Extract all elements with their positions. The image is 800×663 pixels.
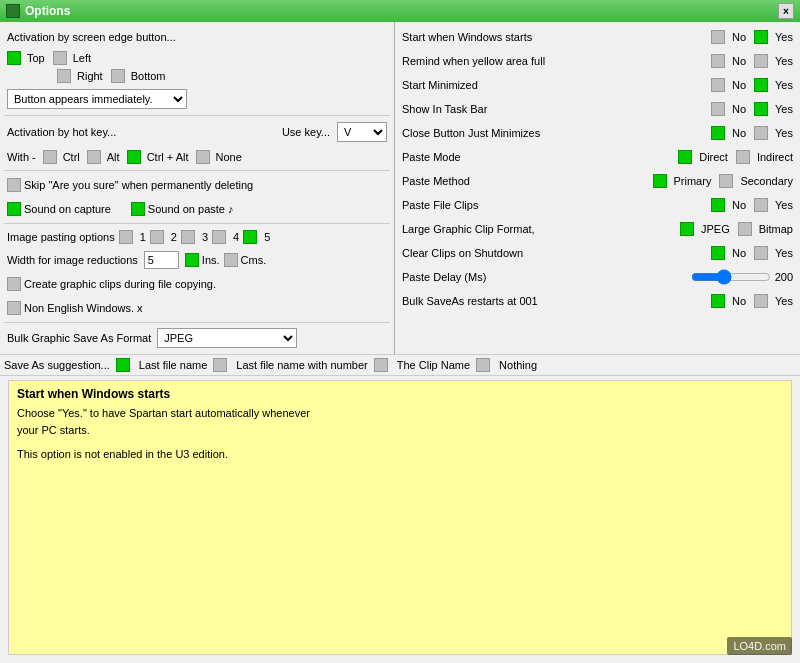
- primary-label: Primary: [674, 175, 712, 187]
- info-title: Start when Windows starts: [17, 387, 783, 401]
- left-checkbox[interactable]: [53, 51, 67, 65]
- start-min-yes-checkbox[interactable]: [754, 78, 768, 92]
- sound-paste-checkbox[interactable]: [131, 202, 145, 216]
- paste-clips-row: Paste File Clips No Yes: [399, 194, 796, 216]
- img1-checkbox[interactable]: [119, 230, 133, 244]
- close-min-label: Close Button Just Minimizes: [402, 127, 707, 139]
- secondary-checkbox[interactable]: [719, 174, 733, 188]
- skip-checkbox[interactable]: [7, 178, 21, 192]
- close-min-yes-checkbox[interactable]: [754, 126, 768, 140]
- none-checkbox[interactable]: [196, 150, 210, 164]
- last-file-checkbox[interactable]: [116, 358, 130, 372]
- taskbar-label: Show In Task Bar: [402, 103, 707, 115]
- last-file-num-label: Last file name with number: [236, 359, 367, 371]
- start-min-no-label: No: [732, 79, 746, 91]
- start-min-label: Start Minimized: [402, 79, 707, 91]
- remind-label: Remind when yellow area full: [402, 55, 707, 67]
- screen-edge-row: Activation by screen edge button...: [4, 26, 390, 48]
- close-min-no-checkbox[interactable]: [711, 126, 725, 140]
- remind-no-checkbox[interactable]: [711, 54, 725, 68]
- watermark: LO4D.com: [727, 637, 792, 655]
- primary-checkbox[interactable]: [653, 174, 667, 188]
- remind-yes-checkbox[interactable]: [754, 54, 768, 68]
- clear-yes-checkbox[interactable]: [754, 246, 768, 260]
- paste-clips-label: Paste File Clips: [402, 199, 707, 211]
- start-no-checkbox[interactable]: [711, 30, 725, 44]
- sound-row: Sound on capture Sound on paste ♪: [4, 198, 390, 220]
- ctrl-alt-checkbox[interactable]: [127, 150, 141, 164]
- bulk-dropdown[interactable]: JPEG: [157, 328, 297, 348]
- paste-method-row: Paste Method Primary Secondary: [399, 170, 796, 192]
- start-min-yes-label: Yes: [775, 79, 793, 91]
- width-input[interactable]: [144, 251, 179, 269]
- delay-slider[interactable]: [691, 270, 771, 284]
- save-suggestion-label: Save As suggestion...: [4, 359, 110, 371]
- non-english-checkbox[interactable]: [7, 301, 21, 315]
- bulk-row: Bulk Graphic Save As Format JPEG: [4, 326, 390, 350]
- skip-row: Skip "Are you sure" when permanently del…: [4, 174, 390, 196]
- top-checkbox[interactable]: [7, 51, 21, 65]
- paste-delay-label: Paste Delay (Ms): [402, 271, 687, 283]
- img2-checkbox[interactable]: [150, 230, 164, 244]
- start-min-no-checkbox[interactable]: [711, 78, 725, 92]
- sound-capture-checkbox[interactable]: [7, 202, 21, 216]
- taskbar-no-checkbox[interactable]: [711, 102, 725, 116]
- taskbar-yes-checkbox[interactable]: [754, 102, 768, 116]
- delay-value: 200: [775, 271, 793, 283]
- bulk-no-checkbox[interactable]: [711, 294, 725, 308]
- nothing-checkbox[interactable]: [476, 358, 490, 372]
- start-yes-label: Yes: [775, 31, 793, 43]
- sound-capture-label: Sound on capture: [24, 203, 111, 215]
- start-yes-checkbox[interactable]: [754, 30, 768, 44]
- alt-checkbox[interactable]: [87, 150, 101, 164]
- indirect-checkbox[interactable]: [736, 150, 750, 164]
- with-label: With: [7, 151, 29, 163]
- bulk-save-label: Bulk SaveAs restarts at 001: [402, 295, 707, 307]
- nothing-label: Nothing: [499, 359, 537, 371]
- bulk-yes-checkbox[interactable]: [754, 294, 768, 308]
- create-checkbox[interactable]: [7, 277, 21, 291]
- jpeg-label: JPEG: [701, 223, 730, 235]
- close-min-no-label: No: [732, 127, 746, 139]
- paste-mode-row: Paste Mode Direct Indirect: [399, 146, 796, 168]
- cms-checkbox[interactable]: [224, 253, 238, 267]
- dash-label: -: [32, 151, 36, 163]
- large-format-label: Large Graphic Clip Format,: [402, 223, 676, 235]
- app-icon: [6, 4, 20, 18]
- img4-checkbox[interactable]: [212, 230, 226, 244]
- clear-no-checkbox[interactable]: [711, 246, 725, 260]
- clips-no-label: No: [732, 199, 746, 211]
- ctrl-checkbox[interactable]: [43, 150, 57, 164]
- non-english-row: Non English Windows. x: [4, 297, 390, 319]
- close-min-row: Close Button Just Minimizes No Yes: [399, 122, 796, 144]
- top-label: Top: [27, 52, 45, 64]
- info-line1: Choose "Yes." to have Spartan start auto…: [17, 405, 783, 422]
- clips-no-checkbox[interactable]: [711, 198, 725, 212]
- indirect-label: Indirect: [757, 151, 793, 163]
- direct-label: Direct: [699, 151, 728, 163]
- bottom-checkbox[interactable]: [111, 69, 125, 83]
- remind-yes-label: Yes: [775, 55, 793, 67]
- appears-dropdown[interactable]: Button appears immediately.: [7, 89, 187, 109]
- taskbar-row: Show In Task Bar No Yes: [399, 98, 796, 120]
- paste-mode-label: Paste Mode: [402, 151, 674, 163]
- bottom-label: Bottom: [131, 70, 166, 82]
- jpeg-checkbox[interactable]: [680, 222, 694, 236]
- cms-label: Cms.: [241, 254, 267, 266]
- ctrl-alt-label: Ctrl + Alt: [147, 151, 189, 163]
- last-file-num-checkbox[interactable]: [213, 358, 227, 372]
- clip-name-checkbox[interactable]: [374, 358, 388, 372]
- ins-checkbox[interactable]: [185, 253, 199, 267]
- direct-checkbox[interactable]: [678, 150, 692, 164]
- last-file-label: Last file name: [139, 359, 207, 371]
- bitmap-checkbox[interactable]: [738, 222, 752, 236]
- close-button[interactable]: ×: [778, 3, 794, 19]
- clips-yes-checkbox[interactable]: [754, 198, 768, 212]
- right-checkbox[interactable]: [57, 69, 71, 83]
- img3-checkbox[interactable]: [181, 230, 195, 244]
- img5-checkbox[interactable]: [243, 230, 257, 244]
- none-label: None: [216, 151, 242, 163]
- paste-method-label: Paste Method: [402, 175, 649, 187]
- key-dropdown[interactable]: V: [337, 122, 387, 142]
- clear-no-label: No: [732, 247, 746, 259]
